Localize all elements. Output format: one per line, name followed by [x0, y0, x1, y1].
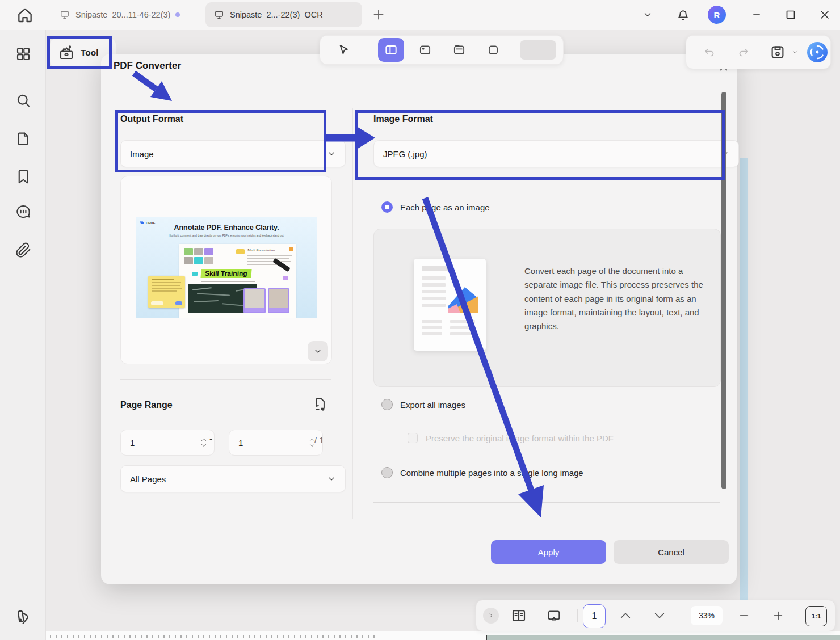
ai-assistant-button[interactable] [807, 41, 828, 63]
option-export-all[interactable]: Export all images [381, 399, 465, 410]
left-column-divider [120, 379, 331, 380]
toolbar-divider [577, 609, 578, 622]
photo-chip [194, 257, 203, 264]
radio-icon[interactable] [381, 399, 393, 410]
two-page-view-icon[interactable] [510, 607, 527, 624]
apply-button[interactable]: Apply [491, 540, 606, 564]
radio-selected-icon[interactable] [381, 201, 393, 213]
zoom-out-button[interactable] [737, 609, 751, 622]
cancel-button[interactable]: Cancel [614, 540, 729, 564]
home-icon[interactable] [16, 6, 34, 24]
image-format-select[interactable]: JPEG (.jpg) [373, 140, 739, 167]
page-range-label: Page Range [120, 400, 173, 410]
avatar[interactable]: R [708, 6, 726, 24]
minimize-button[interactable] [750, 10, 763, 20]
notifications-bell-icon[interactable] [675, 7, 691, 22]
photo-chip [204, 248, 213, 255]
close-window-button[interactable] [818, 8, 831, 22]
chart-illustration [443, 284, 483, 322]
chevron-down-icon [327, 149, 336, 158]
thumbnail-subtitle: Highlight, comment, and draw directly on… [147, 234, 306, 237]
option-each-page[interactable]: Each page as an image [381, 201, 490, 213]
next-page-button[interactable] [653, 611, 666, 620]
ratio-label: 1:1 [812, 613, 821, 620]
pages-file-icon[interactable] [14, 129, 33, 148]
preview-expand-button[interactable] [308, 341, 328, 361]
range-dash: - [209, 434, 212, 444]
dialog-scrollbar[interactable] [721, 92, 726, 489]
option-combine-pages[interactable]: Combine multiple pages into a single lon… [381, 467, 583, 478]
photo-chip [184, 248, 193, 255]
page-to-stepper[interactable]: 1 [229, 430, 323, 456]
photo-chip [194, 248, 203, 255]
whiteboard-graphic: Math Presentation Skill Training [179, 244, 296, 318]
cursor-tool-icon[interactable] [336, 43, 351, 57]
option-description: Convert each page of the document into a… [524, 264, 712, 333]
search-icon[interactable] [14, 91, 33, 110]
thumbnail-title: Annotate PDF. Enhance Clarity. [136, 224, 317, 231]
avatar-initial: R [714, 10, 720, 20]
undo-icon[interactable] [702, 45, 717, 59]
current-page-input[interactable]: 1 [583, 604, 606, 628]
purple-chip [283, 276, 288, 280]
share-button[interactable] [520, 40, 556, 60]
attachment-paperclip-icon[interactable] [14, 241, 33, 260]
preserve-format-checkbox-row[interactable]: Preserve the original image format withi… [408, 433, 614, 443]
sidebar [0, 30, 46, 640]
headline: Skill Training [201, 268, 251, 278]
toolbox-icon [58, 44, 75, 61]
page-preset-value: All Pages [130, 474, 166, 484]
comments-icon[interactable] [14, 203, 33, 222]
radio-icon[interactable] [381, 467, 393, 478]
expand-panel-button[interactable] [483, 608, 499, 624]
new-tab-button[interactable] [371, 7, 386, 22]
color-swatch-icon[interactable] [14, 607, 33, 626]
monitor-icon [213, 9, 225, 20]
save-options-chevron-icon[interactable] [791, 48, 800, 56]
document-bottom-edge [486, 635, 840, 640]
tab-document-2[interactable]: Snipaste_2...-22(3)_OCR [205, 2, 362, 27]
checkbox-icon[interactable] [408, 433, 418, 443]
output-format-label: Output Format [120, 114, 183, 124]
cancel-label: Cancel [658, 548, 684, 557]
tab-document-1[interactable]: Snipaste_20...11-46-22(3) [51, 2, 210, 27]
zoom-level-display[interactable]: 33% [691, 606, 723, 625]
bookmark-icon[interactable] [14, 167, 33, 186]
option-description-card: Convert each page of the document into a… [373, 229, 721, 387]
chevron-down-icon [327, 474, 336, 483]
presentation-mode-icon[interactable] [545, 607, 562, 624]
preview-card: UPDF Annotate PDF. Enhance Clarity. High… [120, 176, 332, 364]
app-window: Snipaste_20...11-46-22(3) Snipaste_2...-… [0, 0, 840, 640]
page-from-value: 1 [130, 438, 135, 448]
document-page-edge [740, 158, 748, 601]
note-lines [247, 254, 292, 265]
save-icon[interactable] [769, 44, 786, 61]
teal-chip [192, 272, 198, 276]
page-from-stepper[interactable]: 1 [120, 430, 215, 456]
maximize-button[interactable] [784, 8, 797, 22]
stepper-arrows[interactable] [200, 437, 207, 448]
thumbnails-grid-icon[interactable] [14, 44, 33, 64]
print-tool-icon[interactable] [452, 43, 467, 57]
redo-icon[interactable] [736, 45, 751, 59]
actual-size-button[interactable]: 1:1 [805, 606, 827, 626]
checkbox-label: Preserve the original image format withi… [426, 433, 614, 443]
page-range-settings-icon[interactable] [312, 397, 328, 414]
option-label: Each page as an image [400, 203, 490, 212]
tabs-dropdown-icon[interactable] [641, 10, 654, 20]
page-navigation-toolbar: 1 33% 1:1 [476, 600, 835, 631]
reader-view-tool-active[interactable] [378, 38, 404, 62]
shape-tool-icon[interactable] [486, 43, 501, 57]
tab-label: Snipaste_2...-22(3)_OCR [230, 10, 323, 19]
stamp-tool-icon[interactable] [418, 43, 432, 57]
framed-photo [243, 288, 266, 313]
sun-doodle [289, 247, 293, 251]
dialog-title: PDF Converter [114, 60, 181, 71]
output-format-select[interactable]: Image [120, 140, 346, 167]
previous-page-button[interactable] [619, 611, 632, 620]
pdf-converter-dialog: PDF Converter Output Format Image UPDF A… [101, 54, 737, 584]
page-preset-select[interactable]: All Pages [120, 465, 346, 492]
toolbar-divider [366, 44, 366, 58]
zoom-in-button[interactable] [771, 609, 785, 622]
image-format-label: Image Format [373, 114, 433, 124]
